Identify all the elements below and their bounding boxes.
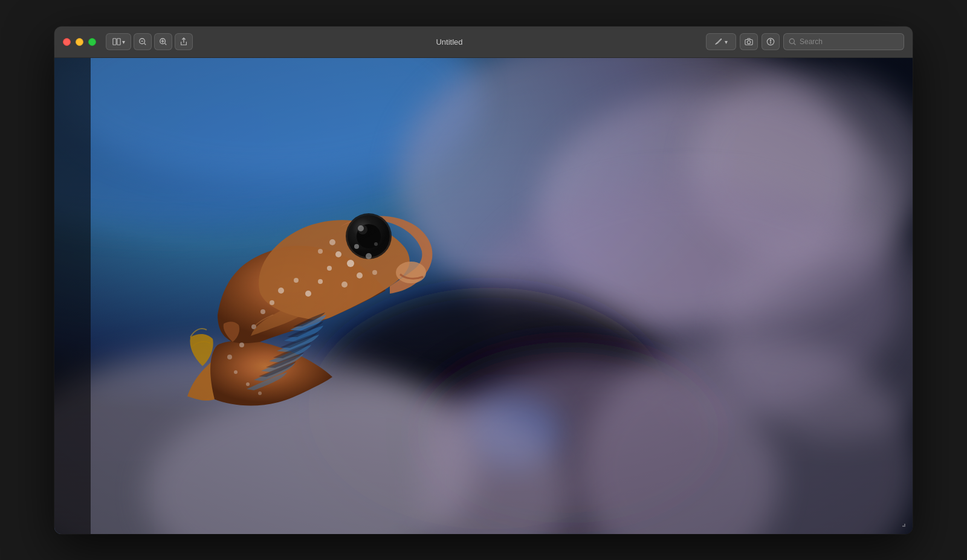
svg-point-13: [789, 39, 794, 43]
pen-dropdown-arrow: ▾: [725, 39, 728, 45]
fish-scene: [54, 58, 913, 534]
camera-icon: [745, 37, 753, 46]
resize-handle: [902, 524, 905, 527]
svg-rect-0: [112, 39, 115, 45]
svg-line-14: [794, 43, 796, 45]
camera-button[interactable]: [740, 33, 758, 50]
toolbar-right: ▾: [706, 33, 904, 50]
titlebar: ▾: [54, 27, 913, 58]
minimize-button[interactable]: [76, 38, 83, 46]
window-title: Untitled: [193, 37, 706, 47]
zoom-out-icon: [138, 37, 147, 46]
share-icon: [179, 37, 188, 46]
traffic-lights: [63, 38, 96, 46]
search-input[interactable]: [800, 37, 899, 46]
svg-rect-60: [54, 58, 913, 534]
zoom-in-button[interactable]: [154, 33, 172, 50]
view-icon: [112, 37, 121, 46]
resize-dot: [902, 524, 905, 527]
pen-button[interactable]: ▾: [706, 33, 736, 50]
zoom-out-button[interactable]: [134, 33, 152, 50]
share-button[interactable]: [175, 33, 193, 50]
pen-icon: [714, 37, 723, 46]
app-window: ▾: [54, 27, 913, 534]
svg-point-10: [747, 40, 750, 43]
info-button[interactable]: [762, 33, 780, 50]
search-icon: [789, 38, 797, 46]
svg-rect-1: [117, 39, 120, 45]
image-area: [54, 58, 913, 534]
zoom-in-icon: [159, 37, 167, 46]
svg-line-8: [165, 43, 167, 45]
close-button[interactable]: [63, 38, 71, 46]
fish-illustration: [54, 58, 913, 534]
view-dropdown-arrow: ▾: [122, 39, 125, 45]
toolbar-left: ▾: [106, 33, 193, 50]
info-icon: [766, 37, 775, 46]
svg-point-12: [770, 40, 771, 40]
svg-line-4: [144, 43, 146, 45]
search-box[interactable]: [783, 33, 904, 50]
maximize-button[interactable]: [88, 38, 96, 46]
view-button[interactable]: ▾: [106, 33, 131, 50]
